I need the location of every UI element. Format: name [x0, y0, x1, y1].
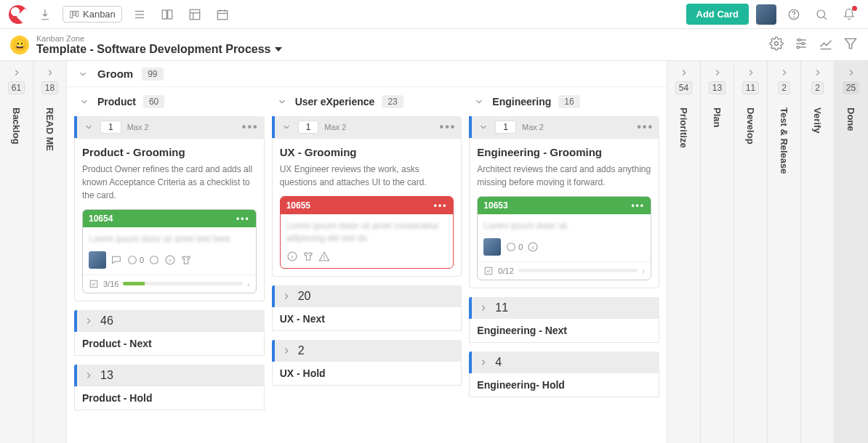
link-icon[interactable]: 0 — [505, 241, 523, 253]
chevron-right-icon — [44, 67, 56, 78]
list-view-icon[interactable] — [129, 4, 150, 25]
lane-prioritize[interactable]: 54 Prioritize — [667, 61, 701, 443]
lane-verify[interactable]: 2 Verify — [801, 61, 835, 443]
card-menu-icon[interactable]: ••• — [236, 214, 250, 224]
breadcrumb[interactable]: Kanban Zone — [36, 34, 282, 43]
chevron-right-icon[interactable]: › — [247, 280, 250, 288]
lane-readme[interactable]: 18 READ ME — [33, 61, 67, 443]
svg-rect-33 — [90, 280, 97, 287]
column-header[interactable]: Product 60 — [74, 92, 265, 112]
sublane-header[interactable]: 1 Max 2 ••• — [469, 116, 659, 138]
analytics-icon[interactable] — [819, 36, 833, 54]
download-icon[interactable] — [35, 4, 55, 25]
assignee-avatar[interactable] — [89, 251, 106, 269]
svg-rect-2 — [76, 11, 79, 17]
sublane-hold[interactable]: 13 Product - Hold — [74, 365, 265, 410]
chevron-right-icon — [11, 67, 23, 78]
sublane-next[interactable]: 20 UX - Next — [272, 285, 462, 331]
svg-rect-7 — [168, 10, 172, 19]
comments-icon[interactable] — [110, 254, 122, 266]
notifications-icon[interactable] — [839, 4, 859, 25]
shirt-size-icon[interactable] — [302, 251, 314, 262]
caret-down-icon — [275, 47, 282, 52]
chevron-right-icon[interactable]: › — [642, 267, 645, 275]
info-icon[interactable] — [527, 241, 539, 253]
card-10653[interactable]: 10653••• Lorem ipsum dolor sit 0 — [477, 196, 651, 280]
card-10655[interactable]: 10655••• Lorem ipsum dolor sit amet cons… — [280, 196, 454, 269]
sublane-hold[interactable]: 4 Engineering- Hold — [469, 351, 659, 397]
view-label: Kanban — [83, 9, 116, 20]
assignee-avatar[interactable] — [483, 238, 501, 256]
sublane-description: Product Owner refines the card and adds … — [82, 163, 257, 202]
column-header[interactable]: Engineering 16 — [469, 92, 659, 112]
settings-icon[interactable] — [769, 36, 784, 54]
card-id: 10655 — [286, 200, 310, 211]
svg-point-21 — [798, 38, 800, 41]
board-header: 😀 Kanban Zone Template - Software Develo… — [0, 29, 868, 61]
lane-done[interactable]: 25 Done — [835, 61, 868, 443]
chevron-right-icon — [478, 357, 489, 368]
help-icon[interactable] — [784, 4, 804, 25]
filter-sliders-icon[interactable] — [794, 36, 808, 54]
sublane-header[interactable]: 1 Max 2 ••• — [74, 116, 265, 138]
sublane-grooming: 1 Max 2 ••• Engineering - Grooming Archi… — [469, 116, 659, 288]
card-10654[interactable]: 10654••• Lorem ipsum dolor sit amet text… — [82, 209, 257, 293]
more-menu-icon[interactable]: ••• — [637, 121, 654, 134]
link-icon[interactable] — [148, 254, 160, 266]
svg-rect-11 — [217, 10, 228, 19]
columns-view-icon[interactable] — [157, 4, 177, 25]
chevron-right-icon — [745, 67, 757, 78]
info-icon[interactable] — [286, 251, 298, 262]
column-engineering: Engineering 16 1 Max 2 ••• Engineering -… — [469, 92, 659, 439]
more-menu-icon[interactable]: ••• — [440, 121, 457, 134]
lane-test-release[interactable]: 2 Test & Release — [768, 61, 801, 443]
sublane-hold[interactable]: 2 UX - Hold — [272, 340, 462, 386]
lane-backlog[interactable]: 61 Backlog — [0, 61, 33, 443]
warning-icon[interactable] — [318, 251, 330, 262]
lane-groom-header[interactable]: Groom 99 — [67, 61, 667, 87]
sublane-header[interactable]: 1 Max 2 ••• — [272, 116, 462, 138]
sublane-next[interactable]: 46 Product - Next — [74, 310, 265, 356]
board-title[interactable]: Template - Software Development Process — [36, 43, 282, 56]
chevron-down-icon — [79, 96, 90, 107]
chevron-right-icon — [478, 302, 489, 314]
sublane-next[interactable]: 11 Engineering - Next — [469, 297, 659, 343]
shirt-size-icon[interactable] — [180, 254, 192, 266]
calendar-view-icon[interactable] — [212, 4, 233, 25]
column-header[interactable]: User eXperience 23 — [272, 92, 462, 112]
chevron-down-icon — [478, 121, 489, 133]
checklist-progress: 3/16 — [103, 280, 118, 288]
card-menu-icon[interactable]: ••• — [631, 200, 645, 211]
checklist-icon — [89, 279, 99, 289]
view-kanban-button[interactable]: Kanban — [63, 6, 122, 23]
funnel-filter-icon[interactable] — [843, 36, 858, 54]
more-menu-icon[interactable]: ••• — [242, 121, 259, 134]
svg-point-23 — [802, 42, 804, 44]
svg-marker-27 — [845, 38, 856, 48]
lane-plan[interactable]: 13 Plan — [701, 61, 734, 443]
svg-line-18 — [824, 17, 826, 19]
layout-view-icon[interactable] — [185, 4, 205, 25]
chevron-right-icon — [83, 315, 95, 327]
lane-count-badge: 99 — [142, 68, 163, 81]
svg-rect-1 — [73, 11, 76, 15]
card-menu-icon[interactable]: ••• — [434, 200, 448, 211]
chevron-right-icon — [812, 67, 824, 78]
svg-point-19 — [775, 41, 779, 45]
svg-point-25 — [797, 46, 799, 48]
search-icon[interactable] — [811, 4, 832, 25]
add-card-button[interactable]: Add Card — [686, 4, 750, 25]
info-icon[interactable] — [164, 254, 176, 266]
chevron-right-icon — [779, 67, 790, 78]
checklist-icon — [483, 266, 494, 276]
chevron-down-icon — [83, 121, 95, 133]
svg-rect-8 — [190, 9, 200, 20]
svg-point-38 — [324, 259, 324, 259]
chevron-right-icon — [281, 345, 292, 357]
lane-groom: Groom 99 Product 60 1 Max 2 ••• — [67, 61, 667, 443]
svg-point-17 — [817, 10, 825, 18]
board-emoji-icon[interactable]: 😀 — [10, 36, 29, 54]
lane-develop[interactable]: 11 Develop — [734, 61, 768, 443]
user-avatar[interactable] — [756, 4, 776, 25]
app-logo[interactable] — [9, 5, 28, 24]
